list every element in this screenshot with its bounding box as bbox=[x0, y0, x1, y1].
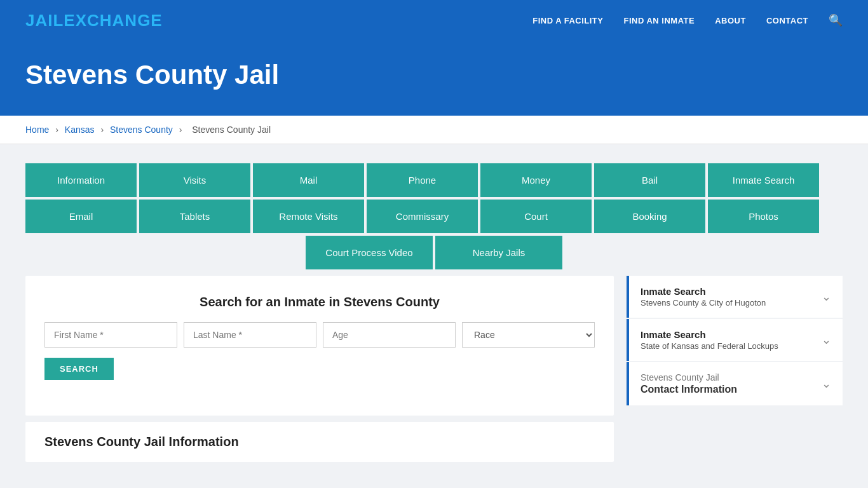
first-name-input[interactable] bbox=[44, 322, 177, 348]
btn-bail[interactable]: Bail bbox=[594, 163, 705, 197]
sidebar-item-contact-info[interactable]: Stevens County Jail Contact Information … bbox=[627, 362, 843, 405]
last-name-input[interactable] bbox=[184, 322, 316, 348]
button-grid-row2: Email Tablets Remote Visits Commissary C… bbox=[25, 200, 843, 233]
btn-phone[interactable]: Phone bbox=[367, 163, 478, 197]
button-grid-row1: Information Visits Mail Phone Money Bail… bbox=[25, 163, 843, 197]
btn-inmate-search[interactable]: Inmate Search bbox=[708, 163, 819, 197]
chevron-down-icon-3: ⌄ bbox=[822, 377, 831, 391]
sidebar-contact-title: Contact Information bbox=[641, 384, 737, 395]
breadcrumb: Home › Kansas › Stevens County › Stevens… bbox=[0, 116, 868, 144]
btn-booking[interactable]: Booking bbox=[594, 200, 705, 233]
search-section: Search for an Inmate in Stevens County R… bbox=[25, 276, 614, 416]
info-title: Stevens County Jail Information bbox=[44, 435, 595, 449]
logo[interactable]: JAILEXCHANGE bbox=[25, 11, 163, 30]
btn-commissary[interactable]: Commissary bbox=[367, 200, 478, 233]
age-input[interactable] bbox=[323, 322, 456, 348]
logo-part2: EXCHANGE bbox=[64, 11, 162, 30]
search-fields: Race bbox=[44, 322, 595, 348]
page-title: Stevens County Jail bbox=[25, 60, 843, 90]
nav-find-inmate[interactable]: FIND AN INMATE bbox=[623, 16, 695, 25]
sidebar-item-2-subtitle: State of Kansas and Federal Lockups bbox=[641, 341, 778, 351]
nav-about[interactable]: ABOUT bbox=[715, 16, 746, 25]
sidebar-item-1-title: Inmate Search bbox=[641, 286, 766, 297]
btn-court[interactable]: Court bbox=[480, 200, 592, 233]
header: JAILEXCHANGE FIND A FACILITY FIND AN INM… bbox=[0, 0, 868, 41]
race-select[interactable]: Race bbox=[462, 322, 595, 348]
sidebar-item-inmate-search-1[interactable]: Inmate Search Stevens County & City of H… bbox=[627, 276, 843, 318]
sidebar-contact-top: Stevens County Jail bbox=[641, 372, 737, 383]
hero-section: Stevens County Jail bbox=[0, 41, 868, 116]
content-area: Search for an Inmate in Stevens County R… bbox=[25, 276, 843, 462]
breadcrumb-stevens-county[interactable]: Stevens County bbox=[110, 125, 173, 135]
btn-court-process-video[interactable]: Court Process Video bbox=[306, 236, 433, 269]
breadcrumb-home[interactable]: Home bbox=[25, 125, 49, 135]
search-title: Search for an Inmate in Stevens County bbox=[44, 295, 595, 309]
btn-tablets[interactable]: Tablets bbox=[139, 200, 250, 233]
sidebar-item-inmate-search-2[interactable]: Inmate Search State of Kansas and Federa… bbox=[627, 319, 843, 361]
search-icon[interactable]: 🔍 bbox=[829, 13, 843, 27]
btn-mail[interactable]: Mail bbox=[253, 163, 364, 197]
btn-nearby-jails[interactable]: Nearby Jails bbox=[435, 236, 562, 269]
info-section: Stevens County Jail Information bbox=[25, 422, 614, 462]
nav-find-facility[interactable]: FIND A FACILITY bbox=[532, 16, 603, 25]
nav-contact[interactable]: CONTACT bbox=[766, 16, 808, 25]
sidebar-item-2-title: Inmate Search bbox=[641, 329, 778, 340]
btn-photos[interactable]: Photos bbox=[708, 200, 819, 233]
breadcrumb-current: Stevens County Jail bbox=[192, 125, 271, 135]
sidebar-item-1-subtitle: Stevens County & City of Hugoton bbox=[641, 298, 766, 308]
button-grid-row3: Court Process Video Nearby Jails bbox=[25, 236, 843, 269]
main-nav: FIND A FACILITY FIND AN INMATE ABOUT CON… bbox=[532, 13, 843, 27]
btn-email[interactable]: Email bbox=[25, 200, 137, 233]
chevron-down-icon-1: ⌄ bbox=[822, 290, 831, 304]
search-button[interactable]: SEARCH bbox=[44, 358, 114, 380]
btn-money[interactable]: Money bbox=[480, 163, 592, 197]
btn-information[interactable]: Information bbox=[25, 163, 137, 197]
chevron-down-icon-2: ⌄ bbox=[822, 333, 831, 347]
btn-visits[interactable]: Visits bbox=[139, 163, 250, 197]
breadcrumb-kansas[interactable]: Kansas bbox=[65, 125, 95, 135]
btn-remote-visits[interactable]: Remote Visits bbox=[253, 200, 364, 233]
sidebar: Inmate Search Stevens County & City of H… bbox=[627, 276, 843, 462]
logo-part1: JAIL bbox=[25, 11, 64, 30]
main-content: Information Visits Mail Phone Money Bail… bbox=[0, 144, 868, 481]
